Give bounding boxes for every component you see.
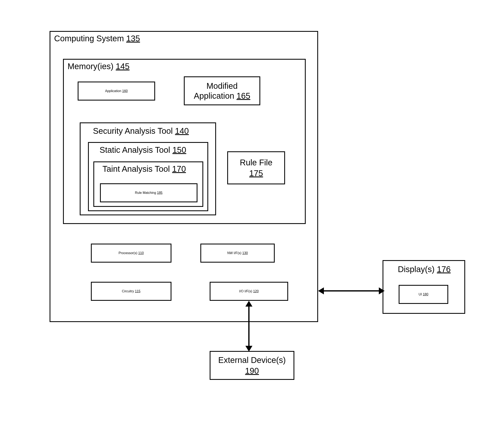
computing-system-num: 135: [126, 34, 140, 43]
static-analysis-tool-text: Static Analysis Tool: [100, 145, 170, 155]
application-text: Application: [105, 89, 121, 93]
arrowhead-down-io-external: [245, 346, 252, 352]
modified-application-num: 165: [236, 91, 250, 100]
arrowhead-up-io-external: [245, 301, 252, 307]
modified-application-box: Modified Application 165: [184, 76, 260, 105]
taint-analysis-tool-text: Taint Analysis Tool: [102, 164, 170, 173]
memory-text: Memory(ies): [67, 62, 113, 71]
computing-system-text: Computing System: [54, 34, 124, 43]
modified-application-label: Modified Application 165: [194, 81, 250, 101]
ui-box: UI 180: [399, 285, 448, 304]
circuitry-num: 115: [135, 289, 140, 293]
circuitry-label: Circuitry 115: [122, 289, 140, 293]
security-analysis-tool-label: Security Analysis Tool 140: [93, 126, 189, 136]
arrowhead-left-io-display: [318, 287, 324, 294]
computing-system-label: Computing System 135: [54, 34, 140, 43]
ui-num: 180: [423, 292, 428, 296]
memory-num: 145: [116, 62, 130, 71]
displays-text: Display(s): [398, 265, 435, 274]
static-analysis-tool-label: Static Analysis Tool 150: [100, 145, 186, 155]
application-box: Application 160: [78, 82, 155, 101]
security-analysis-tool-text: Security Analysis Tool: [93, 126, 173, 135]
nw-if-label: NW I/F(s) 130: [227, 251, 248, 255]
processors-label: Processor(s) 110: [119, 251, 144, 255]
circuitry-box: Circuitry 115: [91, 282, 171, 301]
rule-matching-label: Rule Matching 185: [135, 191, 162, 195]
arrowhead-right-io-display: [379, 287, 385, 294]
displays-num: 176: [437, 265, 451, 274]
processors-num: 110: [138, 251, 144, 255]
displays-label: Display(s) 176: [398, 265, 451, 274]
taint-analysis-tool-num: 170: [172, 164, 186, 173]
rule-matching-text: Rule Matching: [135, 191, 156, 195]
modified-application-line2: Application: [194, 91, 234, 100]
ui-text: UI: [419, 292, 422, 296]
application-num: 160: [122, 89, 128, 93]
io-if-label: I/O I/F(s) 120: [239, 289, 259, 293]
circuitry-text: Circuitry: [122, 289, 134, 293]
security-analysis-tool-num: 140: [175, 126, 189, 135]
io-if-text: I/O I/F(s): [239, 289, 252, 293]
rule-file-text: Rule File: [240, 158, 272, 167]
io-if-num: 120: [253, 289, 259, 293]
rule-file-label: Rule File 175: [240, 157, 272, 179]
external-devices-box: External Device(s) 190: [210, 351, 294, 380]
external-devices-num: 190: [245, 366, 259, 375]
io-if-box: I/O I/F(s) 120: [210, 282, 288, 301]
rule-matching-box: Rule Matching 185: [100, 183, 198, 202]
nw-if-num: 130: [242, 251, 248, 255]
arrow-io-external: [248, 304, 250, 348]
memory-label: Memory(ies) 145: [67, 62, 130, 71]
external-devices-label: External Device(s) 190: [218, 355, 286, 376]
application-label: Application 160: [105, 89, 128, 93]
rule-file-box: Rule File 175: [227, 151, 285, 184]
modified-application-line1: Modified: [206, 81, 238, 90]
rule-file-num: 175: [249, 169, 263, 178]
rule-matching-num: 185: [157, 191, 162, 195]
ui-label: UI 180: [419, 292, 428, 296]
nw-if-box: NW I/F(s) 130: [200, 244, 275, 262]
processors-box: Processor(s) 110: [91, 244, 171, 262]
static-analysis-tool-num: 150: [173, 145, 186, 155]
external-devices-text: External Device(s): [218, 356, 286, 365]
nw-if-text: NW I/F(s): [227, 251, 241, 255]
arrow-io-display: [322, 290, 380, 292]
processors-text: Processor(s): [119, 251, 137, 255]
taint-analysis-tool-label: Taint Analysis Tool 170: [102, 164, 186, 174]
